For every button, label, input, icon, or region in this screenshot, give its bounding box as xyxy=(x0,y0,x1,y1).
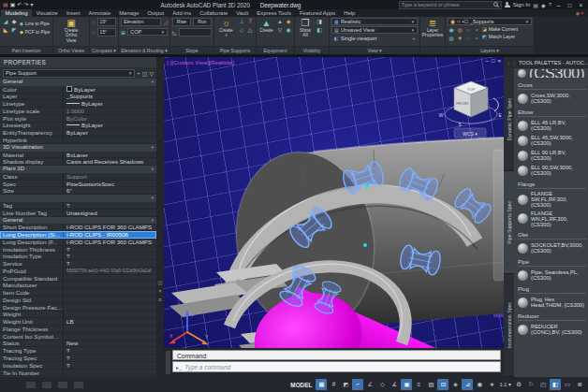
property-row-linetype[interactable]: LinetypeByLayer xyxy=(0,100,156,108)
property-row-flange-thickness[interactable]: Flange Thickness xyxy=(0,326,156,333)
isolate-selected-icon[interactable]: ◧ xyxy=(316,26,323,34)
layer-isolate-icon[interactable]: ◎ xyxy=(456,26,463,34)
transparency-toggle[interactable]: ▨ xyxy=(425,379,436,390)
show-all-button[interactable]: ❐ Show All xyxy=(297,18,314,38)
property-row-compatible-standard[interactable]: Compatible Standard xyxy=(0,275,156,283)
layer-unisolate-icon[interactable]: ◍ xyxy=(448,35,455,42)
layer-freeze-sun-icon[interactable]: ☼ xyxy=(456,19,461,24)
tab-manage[interactable]: Manage xyxy=(115,9,143,17)
palette-tool-flange-sw-fl-rf-300-cs300[interactable]: FLANGE SW,FL,RF,300, (CS300) xyxy=(518,191,586,209)
app-store-icon[interactable]: ▤ xyxy=(533,2,538,8)
annotation-visibility-toggle[interactable]: ◉ xyxy=(474,379,485,390)
property-row-design-pressure-fac[interactable]: Design Pressure Fac... xyxy=(0,304,156,312)
elevation-input[interactable]: Elevation xyxy=(121,18,161,26)
make-current-button[interactable]: ◪Make Current xyxy=(482,26,518,32)
property-row-shadow-display[interactable]: Shadow displayCasts and Receives Shadows xyxy=(0,158,156,166)
run-button[interactable]: Run xyxy=(193,18,212,26)
workspace-switching-toggle[interactable]: ⚙ xyxy=(513,379,524,390)
slope-value-input[interactable] xyxy=(179,28,212,36)
route-pipe-icon[interactable]: ◢ xyxy=(2,18,9,25)
autoscale-toggle[interactable]: ∗ xyxy=(486,379,497,390)
infocenter-icon[interactable]: ◉ ▾ xyxy=(576,10,588,16)
pcf-to-pipe-button[interactable]: ◆PCF to Pipe xyxy=(20,29,50,35)
layer-properties-button[interactable]: ≣ Layer Properties xyxy=(422,18,443,38)
match-layer-button[interactable]: ◩Match Layer xyxy=(482,34,518,39)
property-row-entitytransparency[interactable]: EntityTransparencyByLayer xyxy=(0,129,156,137)
tab-express-tools[interactable]: Express Tools xyxy=(253,9,296,17)
create-ortho-view-button[interactable]: ▣ Create Ortho View xyxy=(60,18,82,43)
property-row-tracing-type[interactable]: Tracing Type? xyxy=(0,347,156,355)
property-row-insulation-spec[interactable]: Insulation Spec? xyxy=(0,362,156,370)
quick-select-icon[interactable]: ▽ xyxy=(149,70,154,77)
tab-output[interactable]: Output xyxy=(143,9,169,17)
properties-section-plant-3d[interactable]: Plant 3D▾ xyxy=(0,166,156,173)
properties-section-untitled[interactable]: ▾ xyxy=(0,195,156,202)
tab-featured-apps[interactable]: Featured Apps xyxy=(295,9,339,17)
properties-section-3d-visualization[interactable]: 3D Visualization▾ xyxy=(0,144,156,152)
navigation-bar[interactable] xyxy=(493,150,504,281)
viewport-config-dropdown[interactable]: ◧Single viewport▾ xyxy=(331,35,418,42)
select-objects-icon[interactable]: ◫ xyxy=(142,70,148,77)
palette-tool-ell-90-lr-bv-cs300[interactable]: ELL 90 LR,BV, (CS300) xyxy=(518,149,586,162)
layer-on-bulb-icon[interactable]: ◉ xyxy=(450,19,455,24)
create-equipment-button[interactable]: ▲ Create xyxy=(258,18,274,33)
annotation-monitor-toggle[interactable]: ⚐ xyxy=(525,379,537,390)
property-row-layer[interactable]: Layer_Supports xyxy=(0,94,156,101)
property-row-content-iso-symbol[interactable]: Content Iso Symbol... xyxy=(0,333,156,341)
panel-label[interactable]: Part Insertion xyxy=(0,46,52,54)
visual-style-dropdown[interactable]: ▦Realistic▼ xyxy=(331,18,418,25)
tab-vault[interactable]: Vault xyxy=(232,9,253,17)
infer-constraints-toggle[interactable]: ◩ xyxy=(340,379,351,390)
status-left-button[interactable] xyxy=(74,382,83,388)
viewport-label[interactable]: [-][Custom View][Realistic] xyxy=(167,59,234,65)
hide-selected-icon[interactable]: ◨ xyxy=(316,18,323,25)
detach-support-icon[interactable]: ⊤ xyxy=(246,18,254,25)
palette-menu-icon[interactable]: ≡ xyxy=(159,297,162,302)
palette-tool-reducer-conc-bv-cs300[interactable]: REDUCER (CONC),BV, (CS300) xyxy=(518,323,586,336)
property-row-insulation-thickness[interactable]: Insulation Thickness? xyxy=(0,246,156,254)
property-row-line-number-tag[interactable]: Line Number TagUnassigned xyxy=(0,210,156,217)
properties-section-general[interactable]: General▾ xyxy=(0,217,156,225)
help-icon[interactable]: ? xyxy=(549,2,551,7)
modify-equipment-icon[interactable]: ▲ xyxy=(276,18,284,25)
property-row-plot-style[interactable]: Plot styleByColor xyxy=(0,115,156,123)
property-row-item-code[interactable]: Item Code xyxy=(0,289,156,297)
palette-tool-ell-90-sw-3000-cs300[interactable]: ELL 90,SW,3000, (CS300) xyxy=(518,164,586,177)
search-icon[interactable] xyxy=(493,2,499,7)
property-row-design-std[interactable]: Design Std xyxy=(0,297,156,304)
3d-object-snap-toggle[interactable]: ◈ xyxy=(449,379,461,390)
property-row-lineweight[interactable]: LineweightByLayer xyxy=(0,123,156,130)
pickadd-toggle-icon[interactable]: + xyxy=(137,70,140,76)
compass-angle-input[interactable]: 15° xyxy=(97,18,116,26)
save-icon[interactable]: ▣ xyxy=(10,1,16,9)
edit-support-icon[interactable]: ◇ xyxy=(238,26,245,34)
selection-cycling-toggle[interactable]: ⊡ xyxy=(437,379,448,390)
quick-properties-toggle[interactable]: ◰ xyxy=(537,379,549,390)
property-row-status[interactable]: StatusNew xyxy=(0,341,156,348)
property-row-tracing-spec[interactable]: Tracing Spec? xyxy=(0,355,156,362)
wcs-button[interactable]: WCS ▾ xyxy=(454,128,486,138)
panel-label[interactable]: Elevation & Routing ▾ xyxy=(119,46,169,54)
tab-help[interactable]: Help xyxy=(340,9,360,17)
object-snap-toggle[interactable]: ▣ xyxy=(401,379,412,390)
panel-label[interactable]: Visibility xyxy=(295,46,329,54)
minimize-button[interactable]: – xyxy=(554,2,563,8)
annotation-scale-toggle[interactable]: 1:1 ▾ xyxy=(498,379,512,390)
viewport-close-button[interactable]: × xyxy=(497,58,501,64)
status-left-button[interactable] xyxy=(26,382,36,388)
notification-icon[interactable]: ◆ xyxy=(541,2,546,8)
support-settings-icon[interactable]: △ xyxy=(246,26,254,34)
object-snap-tracking-toggle[interactable]: ∡ xyxy=(389,379,400,390)
layer-off-icon[interactable]: ◉ xyxy=(448,26,455,34)
panel-label[interactable]: Pipe Supports xyxy=(214,46,256,54)
palette-tab-dynamic-pipe-spec[interactable]: Dynamic Pipe Spec xyxy=(504,68,514,171)
panel-label[interactable]: View ▾ xyxy=(330,46,419,54)
lineweight-display-toggle[interactable]: ≡ xyxy=(413,379,424,390)
property-row-material[interactable]: MaterialByLayer xyxy=(0,152,156,159)
property-row-hyperlink[interactable]: Hyperlink xyxy=(0,137,156,144)
property-row-color[interactable]: ColorByLayer xyxy=(0,86,156,94)
layer-freeze-icon[interactable]: ☼ xyxy=(464,26,472,34)
dynamic-ucs-toggle[interactable]: ⊿ xyxy=(462,379,473,390)
isometric-drafting-toggle[interactable]: ◇ xyxy=(376,379,388,390)
viewcube[interactable]: TOP FRONT W S E WCS ▾ xyxy=(439,81,502,138)
